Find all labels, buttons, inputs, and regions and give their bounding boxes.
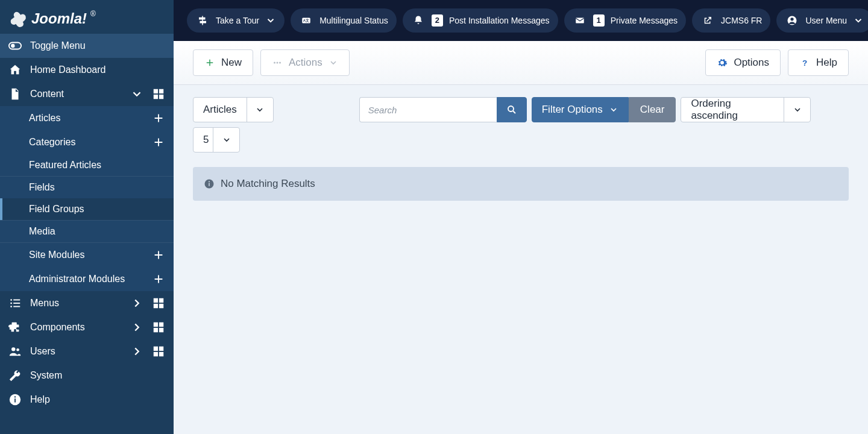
svg-point-28 [14,396,16,397]
search-input[interactable] [359,97,497,122]
select-toggle[interactable] [247,98,273,122]
sidebar-item-label: Field Groups [29,204,165,215]
sidebar-item-label: Menus [30,298,122,309]
toggle-menu[interactable]: Toggle Menu [0,34,174,58]
svg-rect-15 [159,304,163,308]
toggle-menu-label: Toggle Menu [30,40,86,51]
trademark: ® [90,10,96,18]
sidebar-item-components[interactable]: Components [0,315,174,339]
alert-no-results: No Matching Results [193,167,849,201]
pill-post-install[interactable]: 2 Post Installation Messages [403,8,558,33]
sidebar-item-label: System [30,370,165,381]
svg-rect-19 [159,328,163,332]
bell-icon [413,15,424,26]
new-button[interactable]: New [193,49,253,76]
button-label: Clear [640,104,665,116]
user-icon [787,15,797,26]
pill-take-tour[interactable]: Take a Tour [187,8,285,33]
chevron-down-icon [609,105,618,115]
dashboard-icon[interactable] [152,297,165,310]
sidebar-item-menus[interactable]: Menus [0,291,174,315]
dashboard-icon[interactable] [152,321,165,334]
svg-rect-25 [159,352,163,356]
sidebar-item-articles[interactable]: Articles [0,106,174,130]
pill-user-menu[interactable]: User Menu [776,8,868,33]
pill-label: JCMS6 FR [721,16,762,25]
sidebar-item-admin-modules[interactable]: Administrator Modules [0,267,174,291]
pill-multilingual[interactable]: A文 Multilingual Status [291,8,397,33]
dashboard-icon[interactable] [152,345,165,358]
svg-rect-23 [159,347,163,351]
ordering-select[interactable]: Ordering ascending [681,97,811,122]
search-button[interactable] [497,97,527,122]
actions-button[interactable]: Actions [260,49,350,76]
plus-icon[interactable] [152,112,165,125]
plus-icon[interactable] [152,136,165,149]
svg-text:?: ? [802,58,807,68]
sidebar-item-media[interactable]: Media [0,220,174,242]
svg-rect-16 [154,322,158,327]
sidebar-item-fields[interactable]: Fields [0,176,174,198]
sidebar-item-label: Home Dashboard [30,64,105,75]
chevron-down-icon [255,105,265,115]
limit-select[interactable]: 5 [193,127,240,153]
svg-point-41 [508,106,514,112]
select-label: 5 [193,134,213,146]
plus-icon [204,57,215,68]
chevron-down-icon [130,87,143,101]
badge: 2 [432,14,443,27]
brand[interactable]: Joomla!® [0,0,174,34]
envelope-icon [574,15,585,26]
pill-label: Private Messages [611,16,678,25]
gear-icon [717,57,728,68]
svg-rect-31 [202,16,203,25]
sidebar-item-content[interactable]: Content [0,82,174,106]
sidebar-item-help[interactable]: Help [0,388,174,412]
select-toggle[interactable] [213,128,239,152]
sidebar-item-label: Components [30,322,122,333]
dashboard-icon[interactable] [152,87,165,101]
filter-options-button[interactable]: Filter Options [532,97,629,122]
svg-rect-24 [154,352,158,356]
sidebar: Joomla!® Toggle Menu Home Dashboard Cont… [0,0,174,434]
svg-rect-22 [154,347,158,351]
svg-point-37 [274,62,275,64]
context-select[interactable]: Articles [193,97,274,122]
svg-rect-12 [154,298,158,303]
chevron-down-icon [329,58,338,68]
plus-icon[interactable] [152,248,165,262]
sidebar-item-categories[interactable]: Categories [0,130,174,154]
pill-label: User Menu [805,16,846,25]
select-toggle[interactable] [784,98,810,122]
sidebar-item-label: Categories [29,137,143,148]
sidebar-item-label: Content [30,89,122,99]
clear-button[interactable]: Clear [629,97,676,122]
external-link-icon [702,15,713,26]
plus-icon[interactable] [152,272,165,286]
svg-rect-11 [13,306,20,307]
file-icon [8,87,22,101]
sidebar-item-label: Articles [29,113,143,124]
sidebar-item-label: Users [30,346,122,357]
sidebar-item-users[interactable]: Users [0,339,174,363]
help-button[interactable]: ? Help [788,49,849,76]
sidebar-item-featured[interactable]: Featured Articles [0,154,174,176]
chevron-down-icon [793,105,802,115]
svg-rect-34 [576,18,584,24]
pill-private-messages[interactable]: 1 Private Messages [564,8,687,33]
list-icon [8,297,22,310]
pill-site-link[interactable]: JCMS6 FR [692,8,770,33]
sidebar-item-system[interactable]: System [0,363,174,388]
sidebar-item-home[interactable]: Home Dashboard [0,58,174,82]
svg-point-8 [10,303,12,304]
svg-rect-3 [159,89,163,93]
button-label: Filter Options [542,104,603,116]
badge: 1 [593,14,605,27]
svg-point-21 [16,348,19,351]
svg-rect-27 [14,398,16,402]
sidebar-item-site-modules[interactable]: Site Modules [0,242,174,267]
svg-point-6 [10,299,12,301]
button-label: Actions [289,57,322,69]
options-button[interactable]: Options [705,49,781,76]
sidebar-item-field-groups[interactable]: Field Groups [0,198,174,220]
